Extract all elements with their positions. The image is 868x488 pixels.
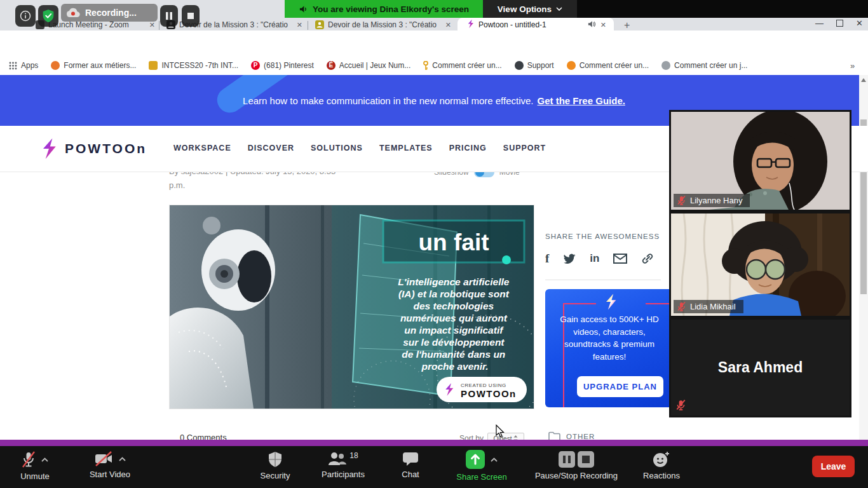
participants-button[interactable]: 18 Participants — [318, 451, 369, 479]
bookmark-item[interactable]: É Accueil | Jeux Num... — [327, 61, 411, 70]
nav-templates[interactable]: TEMPLATES — [379, 144, 433, 152]
bookmark-item[interactable]: INTCESS20 -7th INT... — [149, 61, 238, 70]
share-screen-button[interactable]: Share Screen — [449, 450, 515, 482]
bookmark-label: Comment créer un... — [432, 61, 501, 70]
svg-text:POWTOOn: POWTOOn — [461, 388, 517, 399]
bookmark-label: Comment créer un j... — [674, 61, 747, 70]
facebook-icon[interactable]: f — [545, 252, 549, 266]
tab-audio-icon[interactable] — [588, 20, 595, 30]
muted-mic-icon — [676, 400, 686, 410]
participant-nameplate: Lilyanne Hany — [674, 194, 750, 207]
chevron-down-icon — [556, 7, 562, 11]
free-guide-link[interactable]: Get the Free Guide. — [538, 95, 625, 106]
support-icon — [515, 61, 524, 70]
info-icon — [20, 10, 31, 22]
leave-button[interactable]: Leave — [812, 456, 855, 477]
meeting-info-button[interactable] — [15, 5, 36, 27]
reactions-button[interactable]: Reactions — [641, 451, 682, 480]
restore-button[interactable] — [836, 20, 843, 27]
nav-discover[interactable]: DISCOVER — [248, 144, 294, 152]
chat-label: Chat — [402, 470, 419, 479]
pause-recording-icon[interactable] — [559, 451, 575, 468]
bookmarks-overflow-icon[interactable]: » — [850, 61, 855, 71]
muted-indicator — [676, 400, 686, 410]
recording-label: Recording... — [85, 8, 137, 18]
bookmark-label: Support — [527, 61, 554, 70]
recording-cloud-icon — [66, 8, 80, 18]
participant-name: Lidia Mikhail — [690, 302, 736, 311]
tab-devoir-2[interactable]: Devoir de la Mission 3 : "Créatio ✕ — [315, 19, 452, 30]
bookmark-item[interactable]: Support — [515, 61, 554, 70]
shield-check-icon — [42, 9, 55, 23]
pause-recording-button[interactable] — [160, 5, 178, 27]
bookmark-item[interactable]: Former aux métiers... — [51, 61, 136, 70]
chat-button[interactable]: Chat — [394, 451, 427, 479]
linkedin-icon[interactable]: in — [590, 252, 599, 265]
nav-support[interactable]: SUPPORT — [503, 144, 546, 152]
bookmark-item[interactable]: Comment créer un j... — [661, 61, 747, 70]
upgrade-plan-button[interactable]: UPGRADE PLAN — [577, 376, 663, 397]
tab-powtoon-active[interactable]: Powtoon - untitled-1 ✕ — [466, 19, 607, 30]
speaker-icon — [299, 5, 308, 13]
start-video-button[interactable]: Start Video — [75, 451, 145, 479]
reactions-smiley-icon — [653, 451, 670, 468]
browser-toolbar: ← → ⟳ powtoon.com/online-presentation/cM… — [0, 30, 868, 56]
video-tile-lilyanne[interactable]: Lilyanne Hany — [669, 110, 851, 212]
unmute-button[interactable]: Unmute — [13, 451, 57, 481]
twitter-icon[interactable] — [563, 254, 576, 264]
view-options-button[interactable]: View Options — [483, 0, 577, 18]
chevron-up-icon[interactable] — [119, 457, 126, 461]
new-tab-button[interactable]: + — [624, 20, 630, 31]
bookmark-apps[interactable]: Apps — [9, 61, 38, 70]
stop-recording-button[interactable] — [182, 5, 200, 27]
powtoon-logo[interactable]: POWTOOn — [39, 137, 147, 160]
nav-solutions[interactable]: SOLUTIONS — [311, 144, 363, 152]
page-purple-band — [0, 440, 868, 446]
participant-nameplate: Lidia Mikhail — [674, 300, 743, 313]
bookmark-item[interactable]: P (681) Pinterest — [251, 61, 314, 70]
nav-workspace[interactable]: WORKSPACE — [173, 144, 231, 152]
viewing-banner-text: You are viewing Dina Elkordy's screen — [313, 4, 469, 14]
tab-close-icon[interactable]: ✕ — [599, 21, 607, 29]
favicon-gold — [149, 61, 158, 70]
favicon-orange — [51, 61, 60, 70]
promo-text: Gain access to 500K+ HD videos, characte… — [552, 313, 667, 363]
video-tile-sara[interactable]: Sara Ahmed — [669, 318, 851, 417]
copy-link-icon[interactable] — [641, 252, 654, 265]
stop-icon — [187, 12, 194, 20]
tab-close-icon[interactable]: ✕ — [444, 21, 452, 29]
window-controls: — ✕ — [815, 18, 863, 28]
bookmark-item[interactable]: Comment créer un... — [567, 61, 649, 70]
email-icon[interactable] — [613, 254, 627, 264]
video-off-icon — [94, 451, 113, 466]
participant-name: Sara Ahmed — [671, 320, 850, 416]
tab-close-icon[interactable]: ✕ — [148, 21, 156, 29]
zoom-toolbar: Unmute Start Video Security — [0, 446, 868, 488]
security-button[interactable]: Security — [254, 451, 296, 480]
recording-indicator: Recording... — [61, 4, 158, 22]
tab-title: Devoir de la Mission 3 : "Créatio — [328, 20, 440, 29]
tab-title: Launch Meeting - Zoom — [48, 20, 144, 29]
tab-close-icon[interactable]: ✕ — [295, 21, 304, 29]
bookmark-item[interactable]: Comment créer un... — [423, 61, 501, 71]
reactions-label: Reactions — [643, 471, 680, 480]
powtoon-favicon — [466, 19, 475, 30]
nav-pricing[interactable]: PRICING — [449, 144, 487, 152]
participants-count: 18 — [349, 451, 358, 460]
chevron-up-icon[interactable] — [41, 458, 48, 462]
tab-title: Powtoon - untitled-1 — [478, 20, 584, 29]
meeting-encryption-button[interactable] — [38, 5, 58, 27]
bookmark-label: Former aux métiers... — [64, 61, 136, 70]
chevron-up-icon[interactable] — [491, 458, 498, 462]
globe-icon — [661, 61, 670, 70]
scrollbar-up-icon[interactable] — [861, 78, 866, 82]
pause-stop-recording-button[interactable]: Pause/Stop Recording — [526, 451, 627, 480]
presentation-player[interactable]: un fait L'intelligence artificielle (IA)… — [169, 205, 534, 409]
minimize-button[interactable]: — — [815, 18, 824, 28]
classroom-yellow-favicon — [315, 20, 324, 29]
close-window-button[interactable]: ✕ — [856, 18, 863, 28]
video-tile-lidia[interactable]: Lidia Mikhail — [669, 212, 851, 318]
byline-text-2: p.m. — [169, 180, 436, 190]
stop-recording-icon[interactable] — [578, 451, 594, 468]
share-screen-label: Share Screen — [456, 472, 507, 482]
